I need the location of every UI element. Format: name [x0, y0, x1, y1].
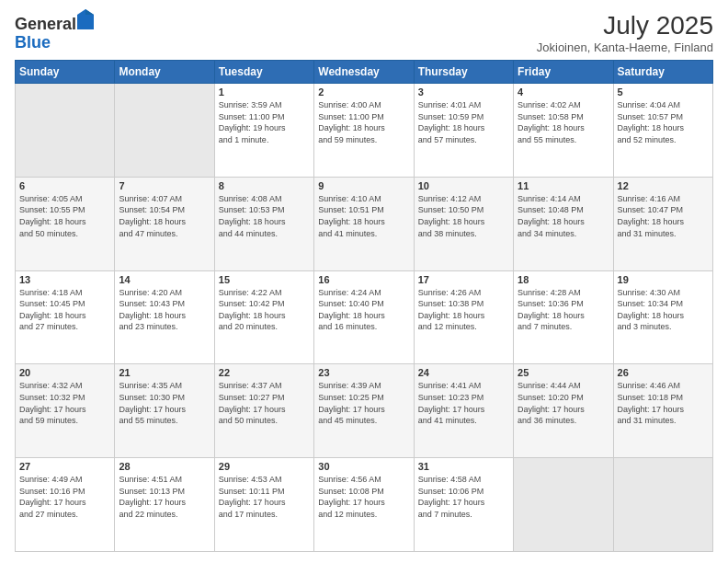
day-number: 21 — [119, 367, 210, 378]
day-number: 25 — [518, 367, 609, 378]
header: General Blue July 2025 Jokioinen, Kanta-… — [15, 11, 713, 54]
day-number: 9 — [318, 180, 409, 191]
calendar-header-row: Sunday Monday Tuesday Wednesday Thursday… — [16, 61, 713, 84]
day-info: Sunrise: 4:02 AM Sunset: 10:58 PM Daylig… — [518, 99, 609, 145]
title-block: July 2025 Jokioinen, Kanta-Haeme, Finlan… — [537, 11, 713, 54]
calendar-cell: 29Sunrise: 4:53 AM Sunset: 10:11 PM Dayl… — [214, 458, 313, 552]
day-number: 22 — [219, 367, 310, 378]
day-info: Sunrise: 4:12 AM Sunset: 10:50 PM Daylig… — [418, 193, 509, 239]
day-number: 2 — [318, 86, 409, 98]
logo-general: General — [15, 15, 76, 33]
day-number: 31 — [418, 461, 509, 472]
day-info: Sunrise: 4:04 AM Sunset: 10:57 PM Daylig… — [618, 99, 709, 145]
day-number: 27 — [19, 461, 110, 472]
day-number: 8 — [219, 180, 310, 191]
day-info: Sunrise: 4:07 AM Sunset: 10:54 PM Daylig… — [119, 193, 210, 239]
day-info: Sunrise: 4:41 AM Sunset: 10:23 PM Daylig… — [418, 380, 509, 426]
week-row-2: 6Sunrise: 4:05 AM Sunset: 10:55 PM Dayli… — [16, 177, 713, 270]
day-number: 5 — [618, 86, 709, 98]
logo-blue: Blue — [15, 33, 51, 52]
day-info: Sunrise: 4:46 AM Sunset: 10:18 PM Daylig… — [618, 380, 709, 426]
day-info: Sunrise: 4:08 AM Sunset: 10:53 PM Daylig… — [219, 193, 310, 239]
day-info: Sunrise: 4:49 AM Sunset: 10:16 PM Daylig… — [19, 474, 110, 520]
day-info: Sunrise: 4:53 AM Sunset: 10:11 PM Daylig… — [219, 474, 310, 520]
day-info: Sunrise: 4:05 AM Sunset: 10:55 PM Daylig… — [19, 193, 110, 239]
day-info: Sunrise: 3:59 AM Sunset: 11:00 PM Daylig… — [219, 99, 310, 145]
day-info: Sunrise: 4:26 AM Sunset: 10:38 PM Daylig… — [418, 287, 509, 333]
subtitle: Jokioinen, Kanta-Haeme, Finland — [537, 40, 713, 54]
day-info: Sunrise: 4:58 AM Sunset: 10:06 PM Daylig… — [418, 474, 509, 520]
calendar-table: Sunday Monday Tuesday Wednesday Thursday… — [15, 60, 713, 552]
day-number: 13 — [19, 274, 110, 285]
calendar-cell: 24Sunrise: 4:41 AM Sunset: 10:23 PM Dayl… — [414, 364, 513, 458]
col-friday: Friday — [514, 61, 613, 84]
calendar-cell: 19Sunrise: 4:30 AM Sunset: 10:34 PM Dayl… — [613, 270, 712, 364]
logo: General Blue — [15, 11, 94, 52]
calendar-cell: 7Sunrise: 4:07 AM Sunset: 10:54 PM Dayli… — [115, 177, 214, 270]
calendar-cell: 2Sunrise: 4:00 AM Sunset: 11:00 PM Dayli… — [314, 84, 414, 178]
calendar-cell: 17Sunrise: 4:26 AM Sunset: 10:38 PM Dayl… — [414, 270, 513, 364]
svg-marker-1 — [85, 9, 94, 15]
calendar-cell — [613, 458, 712, 552]
calendar-cell: 11Sunrise: 4:14 AM Sunset: 10:48 PM Dayl… — [514, 177, 613, 270]
day-info: Sunrise: 4:24 AM Sunset: 10:40 PM Daylig… — [318, 287, 409, 333]
logo-icon — [77, 9, 94, 29]
week-row-4: 20Sunrise: 4:32 AM Sunset: 10:32 PM Dayl… — [16, 364, 713, 458]
day-info: Sunrise: 4:01 AM Sunset: 10:59 PM Daylig… — [418, 99, 509, 145]
calendar-cell: 10Sunrise: 4:12 AM Sunset: 10:50 PM Dayl… — [414, 177, 513, 270]
calendar-cell: 27Sunrise: 4:49 AM Sunset: 10:16 PM Dayl… — [16, 458, 115, 552]
calendar-cell: 28Sunrise: 4:51 AM Sunset: 10:13 PM Dayl… — [115, 458, 214, 552]
calendar-cell: 13Sunrise: 4:18 AM Sunset: 10:45 PM Dayl… — [16, 270, 115, 364]
col-thursday: Thursday — [414, 61, 513, 84]
day-info: Sunrise: 4:44 AM Sunset: 10:20 PM Daylig… — [518, 380, 609, 426]
day-number: 6 — [19, 180, 110, 191]
day-info: Sunrise: 4:10 AM Sunset: 10:51 PM Daylig… — [318, 193, 409, 239]
col-tuesday: Tuesday — [214, 61, 313, 84]
day-info: Sunrise: 4:51 AM Sunset: 10:13 PM Daylig… — [119, 474, 210, 520]
calendar-cell: 6Sunrise: 4:05 AM Sunset: 10:55 PM Dayli… — [16, 177, 115, 270]
day-info: Sunrise: 4:32 AM Sunset: 10:32 PM Daylig… — [19, 380, 110, 426]
day-number: 11 — [518, 180, 609, 191]
calendar-cell — [115, 84, 214, 178]
week-row-3: 13Sunrise: 4:18 AM Sunset: 10:45 PM Dayl… — [16, 270, 713, 364]
day-number: 26 — [618, 367, 709, 378]
calendar-cell: 8Sunrise: 4:08 AM Sunset: 10:53 PM Dayli… — [214, 177, 313, 270]
calendar-cell: 5Sunrise: 4:04 AM Sunset: 10:57 PM Dayli… — [613, 84, 712, 178]
week-row-5: 27Sunrise: 4:49 AM Sunset: 10:16 PM Dayl… — [16, 458, 713, 552]
logo-text: General Blue — [15, 11, 94, 52]
day-number: 23 — [318, 367, 409, 378]
calendar-cell: 18Sunrise: 4:28 AM Sunset: 10:36 PM Dayl… — [514, 270, 613, 364]
day-number: 12 — [618, 180, 709, 191]
calendar-cell: 1Sunrise: 3:59 AM Sunset: 11:00 PM Dayli… — [214, 84, 313, 178]
calendar-cell: 12Sunrise: 4:16 AM Sunset: 10:47 PM Dayl… — [613, 177, 712, 270]
day-info: Sunrise: 4:35 AM Sunset: 10:30 PM Daylig… — [119, 380, 210, 426]
day-number: 4 — [518, 86, 609, 98]
page: General Blue July 2025 Jokioinen, Kanta-… — [0, 0, 728, 563]
day-number: 3 — [418, 86, 509, 98]
calendar-cell: 9Sunrise: 4:10 AM Sunset: 10:51 PM Dayli… — [314, 177, 414, 270]
day-info: Sunrise: 4:30 AM Sunset: 10:34 PM Daylig… — [618, 287, 709, 333]
day-number: 30 — [318, 461, 409, 472]
day-info: Sunrise: 4:39 AM Sunset: 10:25 PM Daylig… — [318, 380, 409, 426]
day-number: 28 — [119, 461, 210, 472]
col-sunday: Sunday — [16, 61, 115, 84]
calendar-cell: 21Sunrise: 4:35 AM Sunset: 10:30 PM Dayl… — [115, 364, 214, 458]
day-number: 19 — [618, 274, 709, 285]
day-info: Sunrise: 4:00 AM Sunset: 11:00 PM Daylig… — [318, 99, 409, 145]
calendar-cell: 31Sunrise: 4:58 AM Sunset: 10:06 PM Dayl… — [414, 458, 513, 552]
day-info: Sunrise: 4:37 AM Sunset: 10:27 PM Daylig… — [219, 380, 310, 426]
day-info: Sunrise: 4:28 AM Sunset: 10:36 PM Daylig… — [518, 287, 609, 333]
day-number: 14 — [119, 274, 210, 285]
calendar-cell: 14Sunrise: 4:20 AM Sunset: 10:43 PM Dayl… — [115, 270, 214, 364]
calendar-cell: 3Sunrise: 4:01 AM Sunset: 10:59 PM Dayli… — [414, 84, 513, 178]
calendar-cell: 22Sunrise: 4:37 AM Sunset: 10:27 PM Dayl… — [214, 364, 313, 458]
calendar-cell: 15Sunrise: 4:22 AM Sunset: 10:42 PM Dayl… — [214, 270, 313, 364]
calendar-cell — [16, 84, 115, 178]
day-info: Sunrise: 4:20 AM Sunset: 10:43 PM Daylig… — [119, 287, 210, 333]
col-wednesday: Wednesday — [314, 61, 414, 84]
day-info: Sunrise: 4:14 AM Sunset: 10:48 PM Daylig… — [518, 193, 609, 239]
calendar-cell: 23Sunrise: 4:39 AM Sunset: 10:25 PM Dayl… — [314, 364, 414, 458]
calendar-cell: 25Sunrise: 4:44 AM Sunset: 10:20 PM Dayl… — [514, 364, 613, 458]
day-info: Sunrise: 4:16 AM Sunset: 10:47 PM Daylig… — [618, 193, 709, 239]
day-info: Sunrise: 4:22 AM Sunset: 10:42 PM Daylig… — [219, 287, 310, 333]
